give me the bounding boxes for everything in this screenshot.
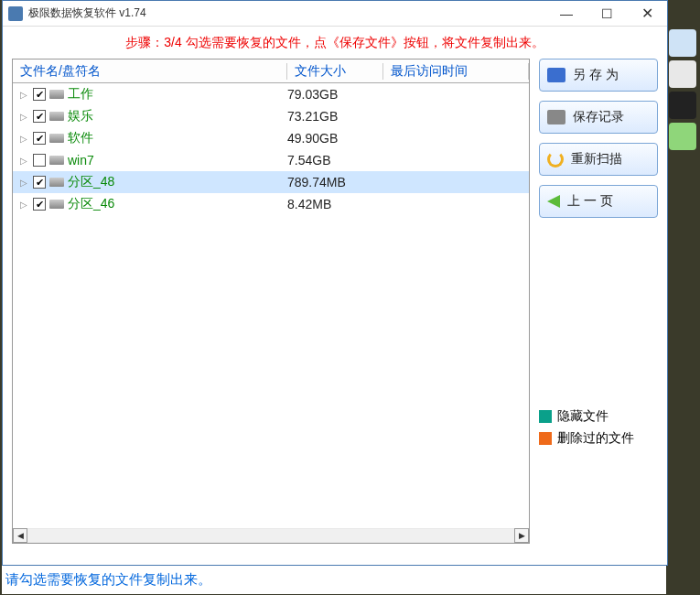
tray-icon-qq[interactable] [669,92,696,119]
expand-icon[interactable]: ▷ [20,112,29,122]
save-log-label: 保存记录 [573,109,624,125]
step-message: 步骤：3/4 勾选需要恢复的文件，点《保存文件》按钮，将文件复制出来。 [125,35,544,51]
scroll-right-icon[interactable]: ▶ [514,528,529,543]
side-panel: 另 存 为 保存记录 重新扫描 上 一 页 隐藏文件 [539,59,658,544]
save-icon [547,68,565,82]
row-size: 49.90GB [287,131,383,146]
rescan-label: 重新扫描 [571,151,622,168]
table-row[interactable]: ▷✔分区_468.42MB [13,193,529,215]
tray-icon-4[interactable] [669,123,696,150]
save-log-button[interactable]: 保存记录 [539,101,658,134]
row-size: 7.54GB [287,153,383,168]
row-checkbox[interactable] [33,154,46,167]
table-row[interactable]: ▷win77.54GB [13,149,529,171]
row-name: 分区_46 [68,196,114,212]
row-name: 分区_48 [68,174,114,190]
drive-icon [49,156,64,165]
row-name: 工作 [68,86,93,103]
app-window: 极限数据恢复软件 v1.74 — ☐ ✕ 步骤：3/4 勾选需要恢复的文件，点《… [2,0,668,566]
table-row[interactable]: ▷✔娱乐73.21GB [13,105,529,127]
legend: 隐藏文件 删除过的文件 [539,403,658,452]
col-name[interactable]: 文件名/盘符名 [13,63,287,80]
row-checkbox[interactable]: ✔ [33,110,46,123]
row-name: 娱乐 [68,108,93,124]
row-name: 软件 [68,130,93,146]
row-checkbox[interactable]: ✔ [33,132,46,145]
legend-hidden: 隐藏文件 [539,408,658,425]
scroll-left-icon[interactable]: ◀ [13,528,27,543]
window-controls: — ☐ ✕ [546,1,667,27]
rescan-icon [547,151,564,168]
desktop-tray [669,26,700,150]
camera-icon [547,110,565,124]
row-checkbox[interactable]: ✔ [33,198,46,211]
scroll-track[interactable] [27,529,514,542]
row-checkbox[interactable]: ✔ [33,88,46,101]
legend-hidden-swatch [539,410,552,423]
row-size: 789.74MB [287,175,383,189]
col-access[interactable]: 最后访问时间 [383,63,529,80]
col-size[interactable]: 文件大小 [287,63,383,80]
column-headers: 文件名/盘符名 文件大小 最后访问时间 [13,60,529,83]
back-button[interactable]: 上 一 页 [539,185,658,218]
legend-hidden-label: 隐藏文件 [557,408,608,425]
row-size: 79.03GB [287,87,383,102]
row-name: win7 [68,153,94,168]
row-size: 8.42MB [287,197,383,211]
maximize-button[interactable]: ☐ [587,1,627,27]
rescan-button[interactable]: 重新扫描 [539,143,658,176]
tray-icon-1[interactable] [669,29,696,57]
drive-icon [49,178,64,187]
row-size: 73.21GB [287,109,383,124]
expand-icon[interactable]: ▷ [20,178,29,188]
window-title: 极限数据恢复软件 v1.74 [28,5,546,21]
drive-icon [49,200,64,209]
status-bar: 请勾选需要恢复的文件复制出来。 [2,566,666,594]
legend-deleted-label: 删除过的文件 [557,430,634,447]
table-row[interactable]: ▷✔软件49.90GB [13,127,529,149]
drive-icon [49,90,64,99]
file-list-pane: 文件名/盘符名 文件大小 最后访问时间 ▷✔工作79.03GB▷✔娱乐73.21… [12,59,530,544]
expand-icon[interactable]: ▷ [20,90,29,100]
save-as-button[interactable]: 另 存 为 [539,59,658,92]
expand-icon[interactable]: ▷ [20,200,29,210]
back-label: 上 一 页 [567,193,613,210]
expand-icon[interactable]: ▷ [20,134,29,144]
minimize-button[interactable]: — [546,1,587,27]
step-banner: 步骤：3/4 勾选需要恢复的文件，点《保存文件》按钮，将文件复制出来。 [3,27,667,59]
table-row[interactable]: ▷✔分区_48789.74MB [13,171,529,193]
table-row[interactable]: ▷✔工作79.03GB [13,83,529,105]
horizontal-scrollbar[interactable]: ◀ ▶ [13,528,529,543]
legend-deleted: 删除过的文件 [539,430,658,447]
back-arrow-icon [547,195,560,208]
row-checkbox[interactable]: ✔ [33,176,46,189]
drive-icon [49,112,64,121]
close-button[interactable]: ✕ [627,1,667,27]
legend-deleted-swatch [539,432,552,445]
expand-icon[interactable]: ▷ [20,156,29,166]
tray-icon-2[interactable] [669,60,696,88]
drive-icon [49,134,64,143]
titlebar: 极限数据恢复软件 v1.74 — ☐ ✕ [3,1,667,27]
file-rows: ▷✔工作79.03GB▷✔娱乐73.21GB▷✔软件49.90GB▷win77.… [13,83,529,528]
main-content: 文件名/盘符名 文件大小 最后访问时间 ▷✔工作79.03GB▷✔娱乐73.21… [3,59,667,544]
app-icon [8,6,23,21]
save-as-label: 另 存 为 [573,67,619,83]
